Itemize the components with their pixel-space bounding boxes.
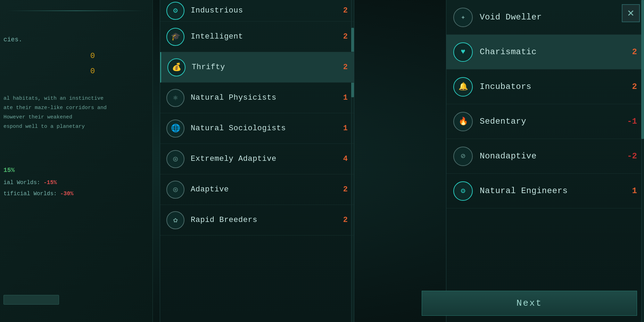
trait-icon: ✿ (166, 211, 184, 229)
trait-cost: 2 (627, 82, 637, 91)
trait-icon: ◎ (166, 150, 184, 168)
trait-icon: 🔥 (453, 112, 473, 131)
trait-icon: ⚙ (166, 2, 184, 20)
trait-icon: 🌐 (166, 119, 184, 138)
stat-value-1: 0 (90, 49, 95, 64)
trait-name: Rapid Breeders (191, 216, 337, 224)
stat-value-2: 0 (90, 64, 95, 79)
trait-name: Charismatic (480, 47, 627, 57)
trait-cost: 2 (337, 63, 348, 72)
right-trait-list: ✦ Void Dweller 0 ♥ Charismatic 2 🔔 Incub… (446, 0, 644, 208)
center-trait-item[interactable]: ✿ Rapid Breeders 2 (160, 205, 354, 236)
trait-cost: 2 (337, 185, 348, 194)
trait-cost: 1 (337, 124, 348, 133)
trait-cost: 2 (337, 216, 348, 224)
desc-line-3: However their weakened (3, 113, 149, 122)
trait-name: Natural Physicists (191, 93, 337, 102)
trait-name: Natural Sociologists (191, 124, 337, 133)
trait-cost: -1 (627, 117, 637, 126)
partial-text: cies. (3, 35, 22, 45)
trait-cost: 1 (337, 93, 348, 102)
next-button[interactable]: Next (422, 291, 637, 316)
desc-line-4: espond well to a planetary (3, 122, 149, 131)
trait-name: Adaptive (191, 185, 337, 194)
trait-icon: ⚛ (166, 89, 184, 107)
right-scrollbar[interactable] (641, 0, 644, 322)
desc-line-1: al habitats, with an instinctive (3, 94, 149, 103)
center-trait-item[interactable]: ◎ Extremely Adaptive 4 (160, 144, 354, 174)
center-trait-item[interactable]: ⚛ Natural Physicists 1 (160, 83, 354, 113)
worlds-val-1: -15% (43, 180, 57, 186)
trait-cost: 2 (627, 47, 637, 57)
left-panel: cies. 0 0 al habitats, with an instincti… (0, 0, 153, 322)
worlds-label-1: ial Worlds: (3, 180, 40, 186)
close-button[interactable]: ✕ (622, 4, 640, 22)
desc-line-2: ate their maze-like corridors and (3, 103, 149, 113)
trait-name: Void Dweller (480, 13, 627, 22)
description-text: al habitats, with an instinctive ate the… (3, 94, 149, 131)
trait-icon: ⚙ (453, 181, 473, 201)
bottom-bar (3, 295, 59, 305)
worlds-info: ial Worlds: -15% tificial Worlds: -30% (3, 177, 74, 199)
right-trait-item[interactable]: 🔥 Sedentary -1 (446, 104, 644, 139)
right-trait-item[interactable]: 🔔 Incubators 2 (446, 69, 644, 104)
trait-name: Incubators (480, 82, 627, 91)
center-trait-item[interactable]: 🎓 Intelligent 2 (160, 22, 354, 52)
trait-cost: 4 (337, 155, 348, 163)
trait-icon: ♥ (453, 42, 473, 62)
trait-cost: 1 (627, 186, 637, 196)
center-trait-list: ⚙ Industrious 2 🎓 Intelligent 2 💰 Thrift… (160, 0, 354, 236)
worlds-line-2: tificial Worlds: -30% (3, 188, 74, 199)
right-scrollbar-thumb[interactable] (641, 0, 644, 139)
right-trait-item[interactable]: ⚙ Natural Engineers 1 (446, 174, 644, 208)
trait-icon: 💰 (167, 58, 185, 76)
right-trait-item[interactable]: ✦ Void Dweller 0 (446, 0, 644, 35)
stats-panel: 0 0 (90, 49, 95, 79)
center-trait-item[interactable]: 🌐 Natural Sociologists 1 (160, 113, 354, 144)
top-bar-decoration (7, 10, 146, 11)
trait-name: Thrifty (192, 63, 337, 72)
center-trait-item[interactable]: ⚙ Industrious 2 (160, 0, 354, 22)
trait-name: Sedentary (480, 117, 627, 126)
worlds-label-2: tificial Worlds: (3, 191, 57, 197)
trait-name: Intelligent (191, 32, 337, 41)
trait-cost: -2 (627, 151, 637, 161)
center-trait-item[interactable]: 💰 Thrifty 2 (160, 52, 354, 83)
right-trait-item[interactable]: ⊘ Nonadaptive -2 (446, 139, 644, 174)
worlds-val-2: -30% (60, 191, 73, 197)
trait-name: Industrious (191, 6, 337, 15)
center-trait-panel: ⚙ Industrious 2 🎓 Intelligent 2 💰 Thrift… (160, 0, 354, 322)
worlds-line-1: ial Worlds: -15% (3, 177, 74, 188)
trait-name: Nonadaptive (480, 151, 627, 161)
right-trait-panel: ✦ Void Dweller 0 ♥ Charismatic 2 🔔 Incub… (446, 0, 644, 322)
trait-cost: 2 (337, 6, 348, 15)
trait-cost: 2 (337, 32, 348, 41)
trait-icon: 🔔 (453, 77, 473, 97)
trait-icon: ✦ (453, 8, 473, 27)
right-trait-item[interactable]: ♥ Charismatic 2 (446, 35, 644, 69)
trait-icon: 🎓 (166, 28, 184, 46)
trait-name: Natural Engineers (480, 186, 627, 196)
center-trait-item[interactable]: ◎ Adaptive 2 (160, 174, 354, 205)
percent-value: 15% (3, 167, 15, 174)
trait-icon: ◎ (166, 181, 184, 199)
trait-name: Extremely Adaptive (191, 155, 337, 163)
trait-icon: ⊘ (453, 147, 473, 166)
